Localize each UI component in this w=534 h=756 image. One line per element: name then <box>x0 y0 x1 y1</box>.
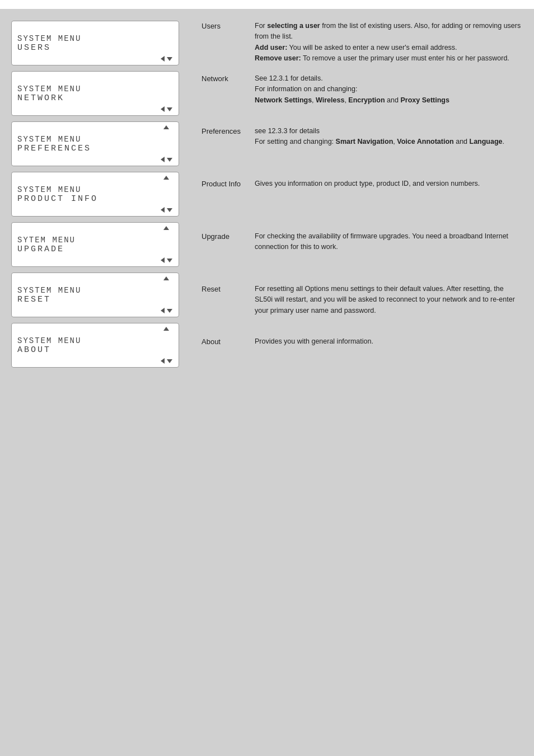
arrows-bottom-row-about <box>161 358 172 364</box>
device-screen-reset: SYSTEM MENURESET <box>11 273 179 317</box>
menu-label-network: Network <box>202 73 255 83</box>
arrows-about <box>158 327 174 364</box>
arrows-preferences <box>158 125 174 162</box>
menu-desc-preferences: see 12.3.3 for detailsFor setting and ch… <box>255 126 523 148</box>
screen-line2-reset: RESET <box>17 295 173 304</box>
menu-item-row-product-info: Product InfoGives you information on pro… <box>202 179 523 223</box>
arrow-up-icon <box>163 276 169 280</box>
page-header <box>0 0 534 10</box>
arrow-left-icon <box>161 106 165 112</box>
screen-line1-product-info: SYSTEM MENU <box>17 185 173 194</box>
menu-label-about: About <box>202 336 255 346</box>
arrow-up-icon <box>163 327 169 331</box>
arrows-bottom-row-preferences <box>161 157 172 162</box>
menu-label-reset: Reset <box>202 284 255 293</box>
menu-desc-users: For selecting a user from the list of ex… <box>255 21 523 64</box>
arrows-network <box>158 75 174 112</box>
menu-desc-about: Provides you with general information. <box>255 336 523 347</box>
arrows-reset <box>158 276 174 313</box>
device-screen-about: SYSTEM MENUABOUT <box>11 323 179 368</box>
arrows-product-info <box>158 176 174 213</box>
arrow-left-icon <box>161 358 165 364</box>
menu-desc-product-info: Gives you information on product type, p… <box>255 179 523 189</box>
menu-label-upgrade: Upgrade <box>202 231 255 241</box>
arrow-up-icon <box>163 125 169 129</box>
right-column: UsersFor selecting a user from the list … <box>202 15 534 395</box>
arrow-down-icon <box>167 57 172 61</box>
screen-line2-network: NETWORK <box>17 93 173 103</box>
screen-line1-about: SYSTEM MENU <box>17 336 173 345</box>
arrow-down-icon <box>167 259 172 262</box>
screen-line1-reset: SYSTEM MENU <box>17 286 173 295</box>
screen-line1-preferences: SYSTEM MENU <box>17 135 173 144</box>
device-screen-upgrade: SYTEM MENUUPGRADE <box>11 222 179 267</box>
screen-line2-users: USERS <box>17 43 173 53</box>
arrow-left-icon <box>161 308 165 313</box>
menu-label-users: Users <box>202 21 255 30</box>
arrow-down-icon <box>167 208 172 212</box>
screen-line2-upgrade: UPGRADE <box>17 245 173 254</box>
arrows-bottom-row-product-info <box>161 207 172 213</box>
screen-line2-preferences: PREFERENCES <box>17 144 173 153</box>
screen-line1-network: SYSTEM MENU <box>17 84 173 93</box>
menu-desc-network: See 12.3.1 for details.For information o… <box>255 73 523 106</box>
main-content: SYSTEM MENUUSERSSYSTEM MENUNETWORKSYSTEM… <box>0 10 534 395</box>
menu-item-row-about: AboutProvides you with general informati… <box>202 336 523 381</box>
arrow-left-icon <box>161 257 165 263</box>
screen-line1-users: SYSTEM MENU <box>17 34 173 43</box>
menu-item-row-users: UsersFor selecting a user from the list … <box>202 21 523 65</box>
left-column: SYSTEM MENUUSERSSYSTEM MENUNETWORKSYSTEM… <box>0 15 202 395</box>
arrows-upgrade <box>158 226 174 263</box>
menu-desc-reset: For resetting all Options menu settings … <box>255 284 523 316</box>
arrow-left-icon <box>161 157 165 162</box>
arrow-left-icon <box>161 207 165 213</box>
arrow-up-icon <box>163 176 169 180</box>
screen-line1-upgrade: SYTEM MENU <box>17 236 173 245</box>
device-screen-users: SYSTEM MENUUSERS <box>11 21 179 65</box>
arrows-bottom-row-upgrade <box>161 257 172 263</box>
arrow-down-icon <box>167 107 172 111</box>
device-screen-preferences: SYSTEM MENUPREFERENCES <box>11 121 179 166</box>
screen-line2-product-info: PRODUCT INFO <box>17 194 173 204</box>
menu-label-preferences: Preferences <box>202 126 255 135</box>
device-screen-product-info: SYSTEM MENUPRODUCT INFO <box>11 172 179 217</box>
menu-item-row-upgrade: UpgradeFor checking the availability of … <box>202 231 523 276</box>
menu-desc-upgrade: For checking the availability of firmwar… <box>255 231 523 253</box>
arrow-down-icon <box>167 158 172 162</box>
menu-item-row-network: NetworkSee 12.3.1 for details.For inform… <box>202 73 523 118</box>
menu-label-product-info: Product Info <box>202 179 255 188</box>
screen-line2-about: ABOUT <box>17 345 173 355</box>
menu-item-row-preferences: Preferencessee 12.3.3 for detailsFor set… <box>202 126 523 171</box>
arrow-left-icon <box>161 56 165 62</box>
arrow-down-icon <box>167 309 172 313</box>
arrow-down-icon <box>167 359 172 363</box>
device-screen-network: SYSTEM MENUNETWORK <box>11 71 179 116</box>
arrows-bottom-row-users <box>161 56 172 62</box>
arrows-users <box>158 25 174 62</box>
arrows-bottom-row-network <box>161 106 172 112</box>
arrows-bottom-row-reset <box>161 308 172 313</box>
menu-item-row-reset: ResetFor resetting all Options menu sett… <box>202 284 523 328</box>
arrow-up-icon <box>163 226 169 230</box>
